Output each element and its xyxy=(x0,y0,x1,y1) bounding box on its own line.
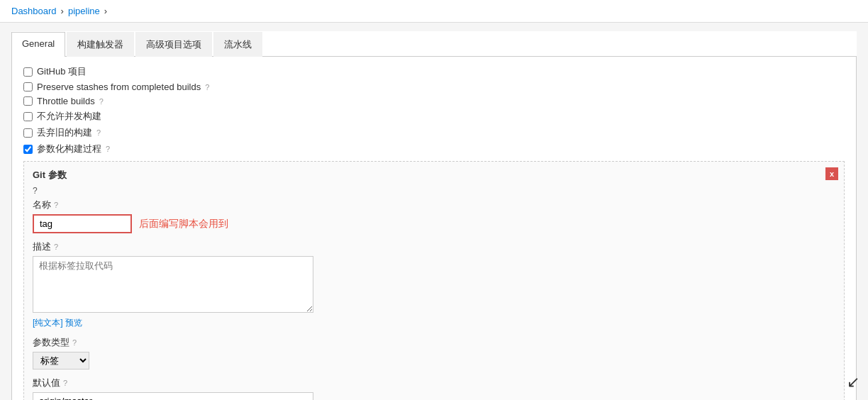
default-help-icon[interactable]: ? xyxy=(63,379,67,387)
default-label: 默认值 xyxy=(33,377,60,389)
checkbox-github-project: GitHub 项目 xyxy=(23,65,845,78)
parameterized-label: 参数化构建过程 xyxy=(37,143,101,155)
checkbox-discard-old: 丢弃旧的构建 ? xyxy=(23,126,845,139)
param-type-label-row: 参数类型 ? xyxy=(33,336,835,349)
param-type-help-icon[interactable]: ? xyxy=(72,338,77,347)
tab-advanced-options[interactable]: 高级项目选项 xyxy=(135,32,212,57)
github-project-label: GitHub 项目 xyxy=(37,65,87,78)
desc-group: 描述 ? [纯文本] 预览 xyxy=(33,240,835,329)
name-label-row: 名称 ? xyxy=(33,199,835,211)
form-area: GitHub 项目 Preserve stashes from complete… xyxy=(11,57,857,400)
throttle-builds-label: Throttle builds xyxy=(37,96,95,106)
parameterized-help-icon[interactable]: ? xyxy=(106,145,110,153)
tab-build-triggers[interactable]: 构建触发器 xyxy=(67,32,134,57)
breadcrumb: Dashboard › pipeline › xyxy=(0,0,868,23)
breadcrumb-sep2: › xyxy=(104,6,107,16)
git-params-header: Git 参数 xyxy=(33,169,835,182)
name-label: 名称 xyxy=(33,199,51,211)
github-project-checkbox[interactable] xyxy=(23,67,33,77)
tab-general[interactable]: General xyxy=(11,32,65,57)
name-group: 名称 ? 后面编写脚本会用到 xyxy=(33,199,835,233)
default-group: 默认值 ? xyxy=(33,377,835,400)
parameterized-checkbox[interactable] xyxy=(23,145,33,154)
breadcrumb-dashboard[interactable]: Dashboard xyxy=(11,6,57,16)
param-type-label: 参数类型 xyxy=(33,336,69,349)
main-content: General 构建触发器 高级项目选项 流水线 GitHub 项目 Prese… xyxy=(0,23,868,400)
preserve-stashes-help-icon[interactable]: ? xyxy=(205,83,209,91)
disallow-concurrent-checkbox[interactable] xyxy=(23,112,33,121)
tab-bar: General 构建触发器 高级项目选项 流水线 xyxy=(11,31,857,57)
discard-old-checkbox[interactable] xyxy=(23,128,33,138)
name-hint: 后面编写脚本会用到 xyxy=(139,218,228,230)
name-help-icon[interactable]: ? xyxy=(54,201,58,209)
checkbox-disallow-concurrent: 不允许并发构建 xyxy=(23,110,845,123)
preserve-stashes-checkbox[interactable] xyxy=(23,82,33,91)
desc-help-icon[interactable]: ? xyxy=(54,243,58,251)
discard-old-label: 丢弃旧的构建 xyxy=(37,126,92,139)
param-type-select[interactable]: 标签 分支 修订版 xyxy=(33,352,89,370)
desc-textarea[interactable] xyxy=(33,256,313,313)
breadcrumb-pipeline[interactable]: pipeline xyxy=(68,6,100,16)
discard-old-help-icon[interactable]: ? xyxy=(96,128,101,137)
param-section: x Git 参数 ? 名称 ? 后面编写脚本会用到 描述 xyxy=(23,161,845,400)
git-params-title: Git 参数 xyxy=(33,169,67,182)
default-label-row: 默认值 ? xyxy=(33,377,835,389)
checkbox-parameterized: 参数化构建过程 ? xyxy=(23,143,845,155)
disallow-concurrent-label: 不允许并发构建 xyxy=(37,110,101,123)
throttle-builds-checkbox[interactable] xyxy=(23,96,33,106)
desc-label-row: 描述 ? xyxy=(33,240,835,253)
git-params-subtext: ? xyxy=(33,186,835,196)
preserve-stashes-label: Preserve stashes from completed builds xyxy=(37,82,201,92)
throttle-builds-help-icon[interactable]: ? xyxy=(99,97,104,106)
tab-pipeline[interactable]: 流水线 xyxy=(213,32,262,57)
name-input-row: 后面编写脚本会用到 xyxy=(33,214,835,233)
desc-label: 描述 xyxy=(33,240,51,253)
param-close-button[interactable]: x xyxy=(825,167,838,180)
param-type-group: 参数类型 ? 标签 分支 修订版 xyxy=(33,336,835,370)
default-input[interactable] xyxy=(33,392,313,400)
breadcrumb-sep1: › xyxy=(61,6,64,16)
text-links: [纯文本] 预览 xyxy=(33,317,835,329)
checkbox-preserve-stashes: Preserve stashes from completed builds ? xyxy=(23,82,845,92)
name-input[interactable] xyxy=(33,214,132,233)
plaintext-link[interactable]: [纯文本] xyxy=(33,318,63,328)
preview-link[interactable]: 预览 xyxy=(65,318,82,328)
checkbox-throttle-builds: Throttle builds ? xyxy=(23,96,845,106)
